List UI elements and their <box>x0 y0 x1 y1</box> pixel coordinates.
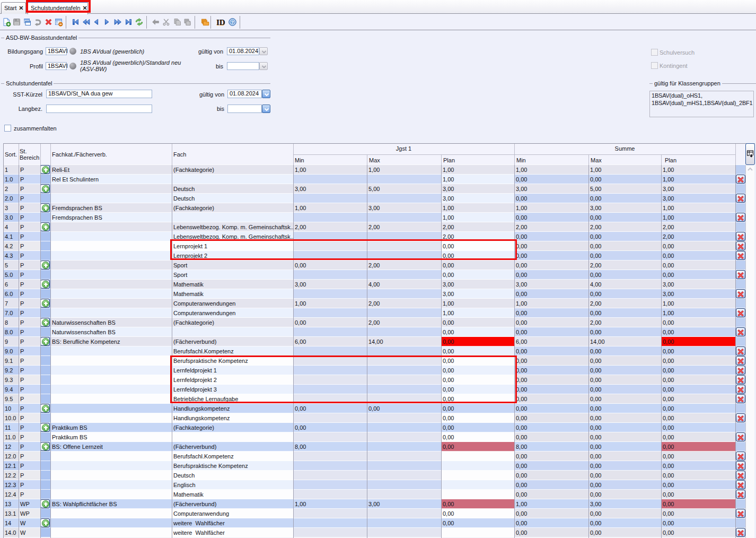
svg-text:?: ? <box>231 19 234 25</box>
